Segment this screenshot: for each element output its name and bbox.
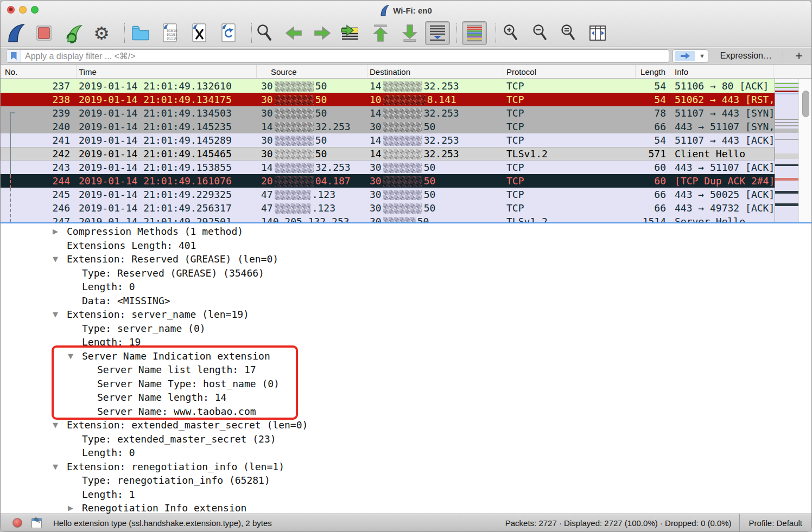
cell-proto: TCP bbox=[504, 174, 636, 188]
wireshark-start-icon[interactable] bbox=[5, 22, 27, 44]
detail-line[interactable]: Length: 0 bbox=[1, 280, 811, 294]
go-to-packet-icon[interactable] bbox=[339, 22, 361, 44]
cell-time: 2019-01-14 21:01:49.229325 bbox=[77, 188, 257, 201]
filter-bookmark-button[interactable] bbox=[7, 50, 21, 62]
save-file-icon[interactable]: 010100110101110 bbox=[159, 22, 181, 44]
expand-triangle-icon[interactable]: ▶ bbox=[53, 227, 67, 235]
detail-line[interactable]: ▶Compression Methods (1 method) bbox=[1, 225, 811, 239]
detail-line[interactable]: Type: extended_master_secret (23) bbox=[1, 432, 811, 446]
titlebar[interactable]: Wi-Fi: en0 bbox=[1, 1, 811, 20]
packet-row-244[interactable]: 2442019-01-14 21:01:49.1610762004.187305… bbox=[1, 174, 775, 188]
cell-info: 51106 → 80 [ACK] bbox=[669, 79, 773, 93]
packet-list-scrollbar[interactable] bbox=[798, 79, 812, 222]
collapse-triangle-icon[interactable]: ▼ bbox=[53, 255, 67, 263]
detail-line[interactable]: Data: <MISSING> bbox=[1, 294, 811, 308]
detail-text: Extension: Reserved (GREASE) (len=0) bbox=[67, 253, 278, 265]
display-filter-input[interactable]: Apply a display filter ... <⌘/> bbox=[6, 49, 669, 63]
packet-row-241[interactable]: 2412019-01-14 21:01:49.14528930501432.25… bbox=[1, 133, 775, 147]
packet-columns: No.TimeSourceDestinationProtocolLengthIn… bbox=[1, 65, 811, 79]
zoom-in-icon[interactable] bbox=[500, 22, 522, 44]
collapse-triangle-icon[interactable]: ▼ bbox=[53, 463, 67, 471]
packet-list[interactable]: 2372019-01-14 21:01:49.13261030501432.25… bbox=[1, 79, 775, 222]
packet-row-239[interactable]: 2392019-01-14 21:01:49.13450330501432.25… bbox=[1, 106, 775, 120]
detail-line[interactable]: Type: server_name (0) bbox=[1, 322, 811, 336]
capture-restart-icon[interactable] bbox=[62, 22, 84, 44]
redacted-ip-blur bbox=[383, 163, 422, 173]
packet-row-242[interactable]: 2422019-01-14 21:01:49.14546530501432.25… bbox=[1, 147, 775, 161]
cell-proto: TCP bbox=[504, 161, 636, 174]
go-last-packet-icon[interactable] bbox=[399, 22, 421, 44]
collapse-triangle-icon[interactable]: ▼ bbox=[68, 352, 82, 360]
toolbar-separator bbox=[456, 23, 457, 43]
packet-row-240[interactable]: 2402019-01-14 21:01:49.1452351432.253305… bbox=[1, 120, 775, 133]
cell-len: 60 bbox=[636, 174, 669, 188]
open-file-icon[interactable] bbox=[130, 22, 151, 44]
packet-row-238[interactable]: 2382019-01-14 21:01:49.1341753050108.141… bbox=[1, 93, 775, 106]
cell-time: 2019-01-14 21:01:49.256317 bbox=[77, 201, 257, 215]
detail-line[interactable]: ▶Renegotiation Info extension bbox=[1, 501, 811, 515]
capture-stop-icon[interactable] bbox=[33, 22, 55, 44]
detail-line[interactable]: ▼Extension: renegotiation_info (len=1) bbox=[1, 460, 811, 474]
go-back-icon[interactable] bbox=[283, 22, 304, 44]
column-header-source[interactable]: Source bbox=[257, 65, 367, 78]
collapse-triangle-icon[interactable]: ▼ bbox=[53, 310, 67, 318]
go-forward-icon[interactable] bbox=[312, 22, 333, 44]
expert-info-icon[interactable] bbox=[12, 518, 22, 528]
capture-comment-icon[interactable]: ✎ bbox=[31, 518, 42, 528]
packet-row-245[interactable]: 2452019-01-14 21:01:49.22932547.1233050T… bbox=[1, 188, 775, 201]
detail-line[interactable]: Length: 19 bbox=[1, 335, 811, 349]
detail-line[interactable]: Length: 0 bbox=[1, 446, 811, 460]
add-filter-button[interactable]: + bbox=[792, 50, 806, 62]
colorize-button[interactable] bbox=[462, 21, 487, 45]
detail-line[interactable]: Server Name Type: host_name (0) bbox=[1, 377, 811, 391]
column-header-time[interactable]: Time bbox=[77, 65, 257, 78]
packet-details-pane[interactable]: ▶Compression Methods (1 method)Extension… bbox=[1, 222, 811, 515]
profile-text[interactable]: Profile: Default bbox=[740, 518, 811, 528]
column-header-destination[interactable]: Destination bbox=[367, 65, 504, 78]
detail-line[interactable]: ▼Server Name Indication extension bbox=[1, 349, 811, 363]
detail-line[interactable]: Type: renegotiation_info (65281) bbox=[1, 473, 811, 488]
packet-row-243[interactable]: 2432019-01-14 21:01:49.1538551432.253305… bbox=[1, 161, 775, 174]
zoom-original-icon[interactable] bbox=[557, 22, 579, 44]
capture-options-icon[interactable]: ⚙ bbox=[91, 22, 112, 44]
packet-row-246[interactable]: 2462019-01-14 21:01:49.25631747.1233050T… bbox=[1, 201, 775, 215]
auto-scroll-button[interactable] bbox=[425, 21, 450, 45]
filter-apply-button[interactable]: ▼ bbox=[673, 49, 708, 63]
column-header-protocol[interactable]: Protocol bbox=[504, 65, 636, 78]
detail-line[interactable]: Server Name list length: 17 bbox=[1, 363, 811, 377]
cell-time: 2019-01-14 21:01:49.153855 bbox=[77, 161, 257, 174]
close-file-icon[interactable] bbox=[188, 22, 210, 44]
resize-columns-icon[interactable] bbox=[587, 22, 608, 44]
column-header-length[interactable]: Length bbox=[636, 65, 669, 78]
detail-line[interactable]: ▼Extension: extended_master_secret (len=… bbox=[1, 418, 811, 432]
packet-minimap[interactable] bbox=[775, 79, 798, 222]
packet-row-247[interactable]: 2472019-01-14 21:01:49.292501140.205.132… bbox=[1, 215, 775, 222]
detail-line[interactable]: Server Name length: 14 bbox=[1, 390, 811, 405]
svg-text:01110: 01110 bbox=[167, 36, 177, 41]
detail-line[interactable]: Server Name: www.taobao.com bbox=[1, 405, 811, 419]
reload-file-icon[interactable] bbox=[218, 22, 239, 44]
expression-button[interactable]: Expression… bbox=[720, 51, 772, 61]
detail-text: Server Name: www.taobao.com bbox=[97, 406, 256, 417]
column-header-no[interactable]: No. bbox=[1, 65, 77, 78]
packet-row-237[interactable]: 2372019-01-14 21:01:49.13261030501432.25… bbox=[1, 79, 775, 93]
collapse-triangle-icon[interactable]: ▼ bbox=[53, 421, 67, 429]
go-first-packet-icon[interactable] bbox=[370, 22, 391, 44]
cell-dst: 3050 bbox=[367, 188, 504, 201]
detail-line[interactable]: Length: 1 bbox=[1, 488, 811, 502]
cell-no: 245 bbox=[1, 188, 77, 201]
find-packet-icon[interactable] bbox=[253, 22, 275, 44]
detail-text: Type: renegotiation_info (65281) bbox=[82, 475, 270, 486]
detail-line[interactable]: ▼Extension: server_name (len=19) bbox=[1, 307, 811, 322]
cell-dst: 3050 bbox=[367, 174, 504, 188]
zoom-out-icon[interactable] bbox=[529, 22, 551, 44]
detail-line[interactable]: Type: Reserved (GREASE) (35466) bbox=[1, 266, 811, 280]
detail-text: Server Name Indication extension bbox=[82, 350, 270, 362]
expand-triangle-icon[interactable]: ▶ bbox=[68, 504, 82, 512]
cell-len: 571 bbox=[636, 147, 669, 161]
column-header-info[interactable]: Info bbox=[669, 65, 773, 78]
detail-line[interactable]: Extensions Length: 401 bbox=[1, 239, 811, 253]
cell-dst: 3050 bbox=[367, 215, 504, 222]
detail-line[interactable]: ▼Extension: Reserved (GREASE) (len=0) bbox=[1, 252, 811, 266]
scrollbar-thumb[interactable] bbox=[802, 91, 809, 117]
